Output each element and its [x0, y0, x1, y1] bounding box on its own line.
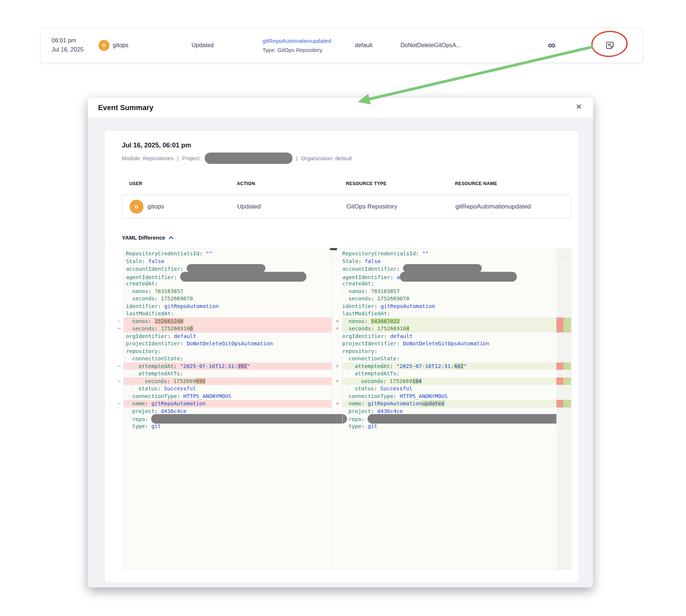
resource-link[interactable]: gitRepoAutomationupdated	[262, 38, 331, 44]
diff-line: connectionState:	[124, 355, 332, 363]
event-date: Jul 16, 2025, 06:01 pm	[122, 142, 571, 149]
diff-line: project: d436c4ce	[332, 407, 556, 415]
diff-line: projectIdentifier: DoNotDeleteGitOpsAuto…	[124, 340, 332, 348]
diff-line: connectionState:	[332, 355, 556, 363]
event-time: 06:01 pm Jul 16, 2025	[52, 28, 83, 63]
meta-separator: |	[177, 155, 179, 161]
event-table-row: G gitops Updated GitOps Repository gitRe…	[122, 195, 571, 219]
user-name: gitops	[113, 42, 128, 49]
diff-scroll-handle[interactable]	[330, 248, 337, 250]
diff-line: −nanos: 152661248	[124, 318, 332, 325]
event-meta: Module: Repositories | Project: | Organi…	[122, 153, 571, 164]
avatar: G	[98, 40, 109, 51]
row-resource-type: GitOps Repository	[346, 203, 455, 210]
redacted-value	[187, 264, 265, 273]
event-card: Jul 16, 2025, 06:01 pm Module: Repositor…	[104, 130, 579, 583]
diff-line: status: Successful	[124, 385, 332, 392]
minimap-change-marker[interactable]	[556, 378, 571, 385]
yaml-difference-toggle[interactable]: YAML Difference	[122, 234, 571, 241]
header-resource-name: RESOURCE NAME	[455, 181, 571, 186]
diff-line: createdAt:	[124, 280, 332, 288]
diff-line: orgIdentifier: default	[332, 333, 556, 340]
yaml-diff-viewer: RepositoryCredentialsId: ""Stale: falsea…	[123, 248, 572, 570]
row-action: Updated	[237, 203, 346, 210]
diff-line: nanos: 783183857	[332, 288, 556, 295]
row-user-cell: G gitops	[130, 200, 237, 214]
meta-separator: |	[296, 155, 298, 161]
action-label: Updated	[180, 28, 225, 63]
diff-line: seconds: 1752669070	[332, 295, 556, 303]
diff-line: accountIdentifier:	[124, 265, 332, 273]
diff-line: project: d436c4ce	[124, 407, 332, 415]
header-action: ACTION	[237, 181, 346, 186]
diff-line: agentIdentifier: a	[332, 273, 556, 280]
diff-line: identifier: gitRepoAutomation	[124, 303, 332, 310]
audit-log-row[interactable]: 06:01 pm Jul 16, 2025 G gitops Updated g…	[40, 27, 643, 63]
diff-line: lastModifiedAt:	[124, 310, 332, 318]
diff-line: identifier: gitRepoAutomation	[332, 303, 556, 310]
resource-type-label: Type: GitOps Repository	[262, 47, 322, 53]
diff-line: Stale: false	[124, 258, 332, 265]
header-user: USER	[129, 181, 237, 186]
diff-line: attemptedAtTs:	[124, 370, 332, 378]
yaml-difference-label: YAML Difference	[122, 234, 165, 241]
dialog-title: Event Summary	[88, 104, 153, 112]
diff-line: +seconds: 1752669104	[332, 325, 556, 333]
diff-line: RepositoryCredentialsId: ""	[124, 250, 332, 258]
note-icon[interactable]	[600, 28, 620, 63]
user-cell: G gitops	[98, 28, 128, 63]
event-time-date: Jul 16, 2025	[52, 46, 83, 53]
close-button[interactable]: ✕	[573, 102, 584, 111]
organization-meta-label: Organization: default	[301, 155, 352, 161]
diff-line: lastModifiedAt:	[332, 310, 556, 318]
diff-divider	[124, 257, 572, 258]
chevron-up-icon[interactable]	[168, 236, 174, 240]
minimap-change-marker[interactable]	[556, 318, 571, 333]
diff-line: repository:	[332, 348, 556, 355]
row-resource-name: gitRepoAutomationupdated	[455, 203, 571, 210]
event-summary-dialog: Event Summary ✕ Jul 16, 2025, 06:01 pm M…	[88, 98, 593, 587]
diff-line: nanos: 783183857	[124, 288, 332, 295]
diff-line: type: git	[124, 422, 332, 430]
link-icon[interactable]: ∞	[541, 28, 562, 63]
diff-line: accountIdentifier:	[332, 265, 556, 273]
diff-line: repo:	[124, 415, 332, 422]
minimap-change-marker[interactable]	[556, 400, 571, 407]
diff-line: −seconds: 1752669099	[124, 378, 332, 385]
redacted-value	[368, 414, 565, 424]
diff-minimap[interactable]	[556, 249, 571, 569]
diff-line: status: Successful	[332, 385, 556, 392]
diff-line: −attemptedAt: "2025-07-16T12:31:39Z"	[124, 363, 332, 370]
diff-line: −name: gitRepoAutomation	[124, 400, 332, 407]
dialog-body: Jul 16, 2025, 06:01 pm Module: Repositor…	[88, 118, 593, 588]
diff-line: seconds: 1752669070	[124, 295, 332, 303]
resource-cell: gitRepoAutomationupdated Type: GitOps Re…	[262, 28, 331, 63]
diff-line: +nanos: 543467022	[332, 318, 556, 325]
minimap-change-marker[interactable]	[556, 363, 571, 370]
event-time-clock: 06:01 pm	[52, 37, 76, 44]
diff-right-pane: RepositoryCredentialsId: ""Stale: falsea…	[332, 249, 556, 569]
diff-left-pane: RepositoryCredentialsId: ""Stale: falsea…	[124, 249, 332, 569]
diff-line: attemptedAtTs:	[332, 370, 556, 378]
dialog-header: Event Summary ✕	[88, 98, 593, 118]
diff-line: repo:	[332, 415, 556, 422]
page: 06:01 pm Jul 16, 2025 G gitops Updated g…	[0, 0, 686, 616]
organization-label: default	[348, 28, 379, 63]
redacted-project	[205, 153, 292, 164]
project-label: DoNotDeleteGitOpsA...	[400, 28, 461, 63]
project-meta-label: Project:	[182, 155, 201, 161]
module-label: Module: Repositories	[122, 155, 174, 161]
header-resource-type: RESOURCE TYPE	[346, 181, 455, 186]
row-user-name: gitops	[148, 203, 164, 210]
diff-line: RepositoryCredentialsId: ""	[332, 250, 556, 258]
diff-line: Stale: false	[332, 258, 556, 265]
diff-line: +attemptedAt: "2025-07-16T12:31:44Z"	[332, 363, 556, 370]
avatar: G	[130, 200, 143, 214]
redacted-value	[400, 272, 517, 282]
diff-line: projectIdentifier: DoNotDeleteGitOpsAuto…	[332, 340, 556, 348]
diff-line: +seconds: 1752669104	[332, 378, 556, 385]
diff-line: connectionType: HTTPS_ANONYMOUS	[124, 392, 332, 400]
diff-line: agentIdentifier:	[124, 273, 332, 280]
diff-line: +name: gitRepoAutomationupdated	[332, 400, 556, 407]
redacted-value	[403, 264, 482, 273]
